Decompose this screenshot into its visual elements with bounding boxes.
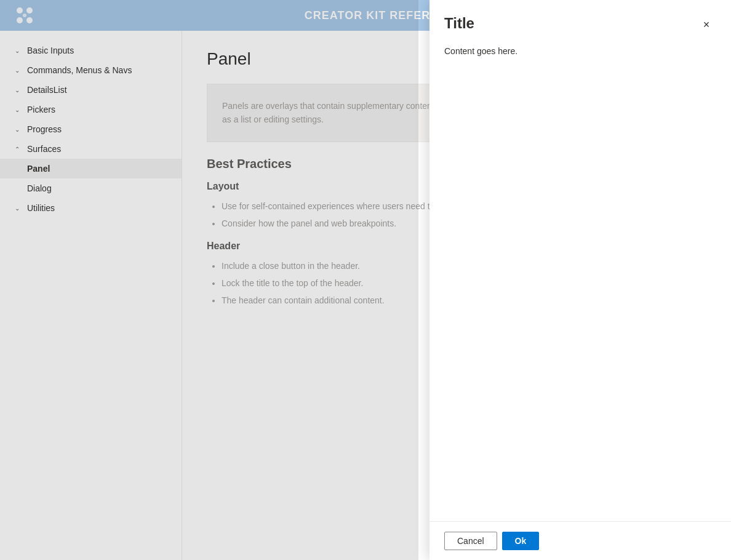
sidebar: ⌄ Basic Inputs ⌄ Commands, Menus & Navs … (0, 31, 182, 560)
sidebar-item-label: Panel (27, 164, 50, 174)
svg-point-2 (17, 17, 23, 23)
dialog-header: Title × (429, 0, 731, 44)
app-logo (12, 3, 37, 28)
svg-point-1 (26, 7, 33, 14)
svg-point-0 (17, 7, 23, 14)
sidebar-item-surfaces[interactable]: ⌃ Surfaces (0, 139, 182, 159)
sidebar-item-progress[interactable]: ⌄ Progress (0, 119, 182, 139)
cancel-button[interactable]: Cancel (444, 532, 497, 550)
sidebar-item-label: Dialog (27, 183, 52, 193)
chevron-up-icon: ⌃ (12, 144, 22, 154)
chevron-down-icon: ⌄ (12, 85, 22, 95)
svg-point-3 (26, 17, 33, 23)
sidebar-item-dialog[interactable]: Dialog (0, 178, 182, 198)
chevron-down-icon: ⌄ (12, 65, 22, 75)
dialog-body: Content goes here. (429, 44, 731, 521)
sidebar-item-pickers[interactable]: ⌄ Pickers (0, 100, 182, 119)
sidebar-item-utilities[interactable]: ⌄ Utilities (0, 198, 182, 218)
sidebar-item-label: Utilities (27, 203, 55, 213)
chevron-down-icon: ⌄ (12, 124, 22, 134)
dialog-panel: Title × Content goes here. Cancel Ok (429, 0, 731, 560)
sidebar-item-label: Basic Inputs (27, 46, 74, 55)
dialog-content: Content goes here. (444, 44, 716, 58)
sidebar-item-label: DetailsList (27, 85, 67, 95)
chevron-down-icon: ⌄ (12, 105, 22, 114)
sidebar-item-label: Pickers (27, 105, 55, 114)
ok-button[interactable]: Ok (502, 532, 540, 550)
sidebar-item-label: Commands, Menus & Navs (27, 65, 132, 75)
svg-point-4 (23, 14, 26, 17)
sidebar-item-basic-inputs[interactable]: ⌄ Basic Inputs (0, 41, 182, 60)
sidebar-item-label: Progress (27, 124, 62, 134)
dialog-footer: Cancel Ok (429, 521, 731, 560)
chevron-down-icon: ⌄ (12, 203, 22, 213)
chevron-down-icon: ⌄ (12, 46, 22, 55)
dialog-close-button[interactable]: × (697, 15, 716, 34)
dialog-title: Title (444, 15, 474, 32)
sidebar-item-label: Surfaces (27, 144, 61, 154)
sidebar-item-detailslist[interactable]: ⌄ DetailsList (0, 80, 182, 100)
sidebar-item-panel[interactable]: Panel (0, 159, 182, 178)
sidebar-item-commands[interactable]: ⌄ Commands, Menus & Navs (0, 60, 182, 80)
